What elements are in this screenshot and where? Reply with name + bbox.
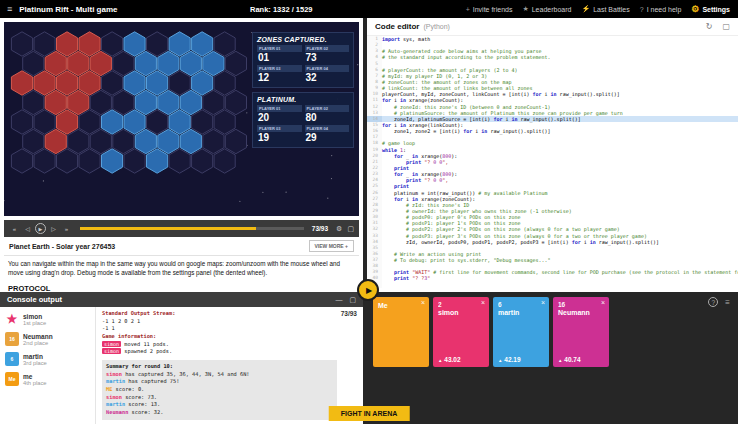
player-rank: 16 [558,301,604,308]
player-card-name: martin [498,309,544,316]
console-minimize-icon[interactable]: — [335,296,342,303]
topbar-invite-friends[interactable]: +Invite friends [466,6,513,13]
prev-frame-icon[interactable]: ◁ [22,223,33,234]
agents-help-icon[interactable]: ? [708,297,718,307]
viewer-fullscreen-icon[interactable]: ▢ [347,225,354,233]
console-log[interactable]: 73/93 Standard Output Stream:-1 1 2 0 2 … [96,307,363,424]
player-place: 2nd place [23,340,53,346]
player-label: PLAYER 03 [257,125,302,132]
player-place: 1st place [23,320,46,326]
log-line: simon score: 73. [106,394,333,402]
player-cards: ×Me×2simon▲ 43.02×6martin▲ 42.19×16Neuma… [373,297,609,367]
zones-captured-title: ZONES CAPTURED. [257,36,349,43]
topbar-need-help[interactable]: ?I need help [640,6,682,13]
console-header: Console output — ▢ [0,292,363,307]
player-avatar: 6 [5,352,19,366]
console-expand-icon[interactable]: ▢ [349,296,356,304]
help-text: You can navigate within the map in the s… [8,259,356,278]
player-place: 4th place [23,380,47,386]
progress-fill [80,227,256,230]
player-avatar: 16 [5,332,19,346]
score-cell: PLAYER 0319 [257,125,302,143]
playback-controls: « ◁ ▶ ▷ » 73/93 ⚙ ▢ [4,220,359,237]
topbar-last-battles[interactable]: ⚡Last Battles [581,5,629,13]
player-label: PLAYER 03 [257,65,302,72]
editor-expand-icon[interactable]: ▢ [722,22,730,31]
remove-player-icon[interactable]: × [421,299,425,306]
code-line: 41 [367,282,738,288]
player-avatar: Me [5,372,19,386]
log-line: simon moved 11 pods. [102,341,357,349]
log-line: simon spawned 2 pods. [102,348,357,356]
agents-menu-icon[interactable]: ≡ [725,298,730,307]
next-frame-icon[interactable]: ▷ [48,223,59,234]
player-card-name: Neumann [558,309,604,316]
last-battles-icon: ⚡ [581,5,590,13]
player-card: ×6martin▲ 42.19 [493,297,549,367]
fast-forward-icon[interactable]: » [61,223,72,234]
player-name: simon [23,313,46,320]
app-title: Platinum Rift - Multi game [19,5,117,14]
player-place: 3rd place [23,360,47,366]
viewer-settings-gear-icon[interactable]: ⚙ [336,225,342,233]
topbar-nav: +Invite friends★Leaderboard⚡Last Battles… [466,4,738,14]
view-more-button[interactable]: VIEW MORE + [309,240,354,252]
player-label: PLAYER 01 [257,105,302,112]
player-card: ×16Neumann▲ 40.74 [553,297,609,367]
standings-row[interactable]: 16 Neumann2nd place [0,329,95,349]
player-label: PLAYER 04 [305,125,350,132]
frame-counter: 73/93 [312,225,328,232]
platinum-section: PLATINUM. PLAYER 0120PLAYER 0280PLAYER 0… [252,92,354,148]
editor-language: (Python) [423,23,449,30]
player-card-score: ▲ 42.19 [498,356,521,363]
player-name: Neumann [23,333,53,340]
game-viewer-panel: ZONES CAPTURED. PLAYER 0101PLAYER 0273PL… [0,18,363,292]
player-score-value: 20 [257,112,302,123]
leaderboard-icon: ★ [522,5,528,13]
editor-reload-icon[interactable]: ↻ [706,22,713,31]
app: ≡ Platinum Rift - Multi game Rank: 1332 … [0,0,738,424]
player-score-value: 80 [305,112,350,123]
player-avatar: ★ [5,312,19,326]
score-cell: PLAYER 0280 [305,105,350,123]
log-line: Neumann score: 32. [106,409,333,417]
score-up-icon: ▲ [498,358,502,363]
topbar-settings[interactable]: ⚙Settings [691,4,730,14]
score-up-icon: ▲ [558,358,562,363]
need-help-icon: ? [640,6,644,13]
score-up-icon: ▲ [438,358,442,363]
scoreboard: ZONES CAPTURED. PLAYER 0101PLAYER 0273PL… [252,32,354,152]
score-cell: PLAYER 0432 [305,65,350,83]
player-card-score: ▲ 40.74 [558,356,581,363]
game-canvas[interactable]: ZONES CAPTURED. PLAYER 0101PLAYER 0273PL… [4,22,359,216]
rewind-icon[interactable]: « [9,223,20,234]
player-score-value: 32 [305,72,350,83]
console-body: ★ simon1st place16 Neumann2nd place6 mar… [0,307,363,424]
hamburger-menu-icon[interactable]: ≡ [0,4,19,14]
standings-list: ★ simon1st place16 Neumann2nd place6 mar… [0,307,96,424]
rank-label: Rank: 1332 / 1529 [250,5,313,14]
run-code-button[interactable]: ▶ [357,279,379,301]
fight-in-arena-button[interactable]: FIGHT IN ARENA [329,406,410,421]
player-score-value: 29 [305,132,350,143]
invite-friends-icon: + [466,6,470,13]
zones-captured-section: ZONES CAPTURED. PLAYER 0101PLAYER 0273PL… [252,32,354,88]
round-summary: Summary for round 10:simon has captured … [102,360,337,420]
code-area[interactable]: 1import sys, math2 3# Auto-generated cod… [367,36,738,292]
standings-row[interactable]: 6 martin3rd place [0,349,95,369]
play-icon[interactable]: ▶ [35,223,46,234]
player-label: PLAYER 02 [305,105,350,112]
agents-toolbar: ? ≡ [708,297,730,307]
score-cell: PLAYER 0312 [257,65,302,83]
player-label: PLAYER 04 [305,65,350,72]
player-card: ×Me [373,297,429,367]
standings-row[interactable]: ★ simon1st place [0,309,95,329]
standings-row[interactable]: Me me4th place [0,369,95,389]
progress-bar[interactable] [80,227,304,230]
topbar-leaderboard[interactable]: ★Leaderboard [522,5,571,13]
log-line: ME score: 0. [106,386,333,394]
caption-bar: Planet Earth - Solar year 276453 VIEW MO… [4,237,359,256]
platinum-title: PLATINUM. [257,96,349,103]
log-line: -1 1 [102,325,357,333]
player-card: ×2simon▲ 43.02 [433,297,489,367]
